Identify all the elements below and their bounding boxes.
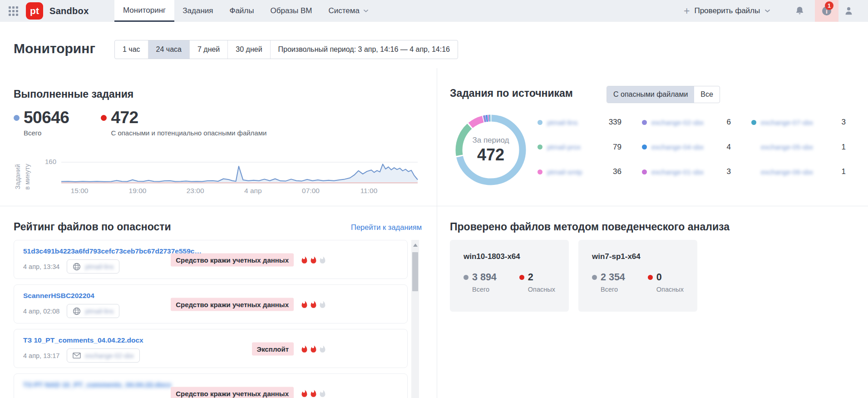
- file-verdict: Средство кражи учетных данных: [171, 298, 326, 311]
- legend-value: 1: [842, 143, 846, 152]
- file-verdict: Эксплойт: [252, 343, 326, 356]
- flame-icon: [319, 344, 326, 353]
- dangerous-dot: [648, 275, 653, 280]
- legend-source-name[interactable]: exchange-06-sbx: [761, 168, 837, 176]
- tab-files[interactable]: Файлы: [221, 0, 262, 22]
- notifications-bell-icon[interactable]: [794, 5, 805, 18]
- file-meta: 4 апр, 13:17exchange-02-sbx: [23, 348, 398, 363]
- flame-icon: [319, 255, 326, 264]
- flame-icon: [319, 389, 326, 398]
- vm-stat-dangerous: 2Опасных: [519, 272, 555, 293]
- scrollbar-thumb[interactable]: [412, 252, 418, 291]
- legend-value: 339: [609, 118, 621, 127]
- period-button-7d[interactable]: 7 дней: [190, 40, 228, 59]
- donut-total-value: 472: [477, 145, 504, 164]
- legend-item: exchange-02-sbx6: [642, 118, 731, 127]
- chevron-down-icon: [363, 9, 369, 13]
- sources-filter-all[interactable]: Все: [694, 86, 720, 103]
- source-chip[interactable]: exchange-02-sbx: [67, 348, 139, 363]
- legend-item: exchange-06-sbx1: [751, 167, 846, 176]
- sources-title: Задания по источникам: [450, 87, 573, 100]
- vm-card-win7-sp1-x64: win7-sp1-x642 354Всего0Опасных: [578, 240, 697, 312]
- file-timestamp: 4 апр, 13:17: [23, 352, 59, 359]
- flame-icon: [301, 255, 308, 264]
- donut-center: За период 472: [452, 111, 530, 189]
- legend-item: ptmail-prox79: [538, 143, 621, 152]
- vm-stat-total: 3 894Всего: [464, 272, 497, 293]
- legend-source-name[interactable]: exchange-04-sbx: [651, 143, 722, 151]
- sources-filter-dangerous[interactable]: С опасными файлами: [607, 86, 694, 103]
- user-profile-icon[interactable]: [843, 5, 854, 18]
- dangerous-label: Опасных: [528, 286, 555, 293]
- source-chip[interactable]: ptmail-lins: [67, 304, 119, 318]
- tab-label: Файлы: [229, 6, 254, 15]
- dangerous-dot: [519, 275, 524, 280]
- file-name-link[interactable]: ТЗ 10_PT_comments_04.04.22.docx: [23, 336, 398, 344]
- globe-icon: [73, 307, 81, 315]
- dangerous-value: 2: [528, 272, 533, 283]
- vertical-divider: [437, 68, 437, 398]
- tab-vm-images[interactable]: Образы ВМ: [262, 0, 320, 22]
- vm-card-win10-1803-x64: win10-1803-x643 894Всего2Опасных: [450, 240, 569, 312]
- list-scrollbar[interactable]: [411, 240, 419, 398]
- x-tick-label: 11:00: [348, 187, 389, 195]
- flame-icon: [310, 300, 317, 309]
- tab-label: Система: [328, 6, 359, 15]
- period-button-24h[interactable]: 24 часа: [148, 40, 190, 59]
- threat-tag: Средство кражи учетных данных: [171, 298, 294, 311]
- vm-name: win7-sp1-x64: [592, 252, 684, 261]
- total-label: Всего: [24, 129, 69, 137]
- horizontal-divider: [0, 206, 868, 206]
- pt-logo-text: pt: [30, 5, 39, 16]
- legend-dot: [642, 169, 647, 174]
- tab-system[interactable]: Система: [320, 0, 376, 22]
- legend-source-name[interactable]: ptmail-smtp: [547, 168, 608, 176]
- legend-item: exchange-04-sbx4: [642, 143, 731, 152]
- file-timestamp: 4 апр, 02:08: [23, 308, 59, 315]
- severity-flames: [301, 344, 326, 353]
- behavioral-title: Проверено файлов методом поведенческого …: [450, 221, 730, 233]
- tab-monitoring[interactable]: Мониторинг: [114, 0, 174, 22]
- legend-source-name[interactable]: ptmail-prox: [547, 143, 608, 151]
- notification-count-badge: 1: [825, 1, 833, 10]
- file-row: ТЗ 10_PT_comments_04.04.22.docx4 апр, 13…: [14, 329, 408, 368]
- sources-filter-toggle: С опасными файламиВсе: [607, 86, 720, 103]
- source-chip-label: ptmail-lins: [85, 263, 113, 270]
- legend-dot: [642, 144, 647, 149]
- legend-source-name[interactable]: ptmail-lins: [547, 119, 604, 126]
- check-files-button[interactable]: + Проверить файлы: [684, 0, 770, 22]
- vm-name: win10-1803-x64: [464, 252, 555, 261]
- severity-flames: [301, 300, 326, 309]
- app-grid-icon[interactable]: [9, 6, 18, 16]
- legend-dot: [642, 120, 647, 125]
- x-tick-label: 07:00: [291, 187, 331, 195]
- donut-period-label: За период: [472, 136, 509, 145]
- legend-source-name[interactable]: exchange-05-sbx: [761, 143, 837, 151]
- completed-tasks-stats: 50646 Всего 472 С опасными и потенциальн…: [14, 108, 266, 137]
- period-button-1h[interactable]: 1 час: [115, 40, 148, 59]
- tab-tasks[interactable]: Задания: [174, 0, 221, 22]
- flame-icon: [301, 344, 308, 353]
- legend-value: 4: [727, 143, 731, 152]
- period-button-30d[interactable]: 30 дней: [228, 40, 270, 59]
- vm-stats: 3 894Всего2Опасных: [464, 272, 555, 293]
- dangerous-label: Опасных: [656, 286, 684, 293]
- envelope-icon: [73, 352, 81, 359]
- completed-tasks-title: Выполненные задания: [14, 88, 133, 100]
- sources-legend: ptmail-lins339ptmail-prox79ptmail-smtp36…: [538, 110, 846, 184]
- pt-logo[interactable]: pt: [26, 2, 43, 20]
- legend-dot: [751, 120, 756, 125]
- dangerous-value: 0: [656, 272, 662, 283]
- total-dot: [14, 115, 20, 121]
- scroll-up-arrow-icon[interactable]: [413, 244, 418, 247]
- legend-dot: [538, 169, 542, 174]
- go-to-tasks-link[interactable]: Перейти к заданиям: [351, 223, 422, 232]
- period-button-custom[interactable]: Произвольный период: 3 апр, 14:16 — 4 ап…: [271, 40, 458, 59]
- dangerous-dot: [101, 115, 107, 121]
- legend-source-name[interactable]: exchange-02-sbx: [651, 119, 722, 126]
- x-tick-label: 19:00: [117, 187, 158, 195]
- legend-source-name[interactable]: exchange-07-sbx: [761, 119, 837, 126]
- legend-source-name[interactable]: exchange-01-sbx: [651, 168, 722, 176]
- file-row: ScannerHSBC2022044 апр, 02:08ptmail-lins…: [14, 284, 408, 323]
- source-chip[interactable]: ptmail-lins: [67, 259, 119, 274]
